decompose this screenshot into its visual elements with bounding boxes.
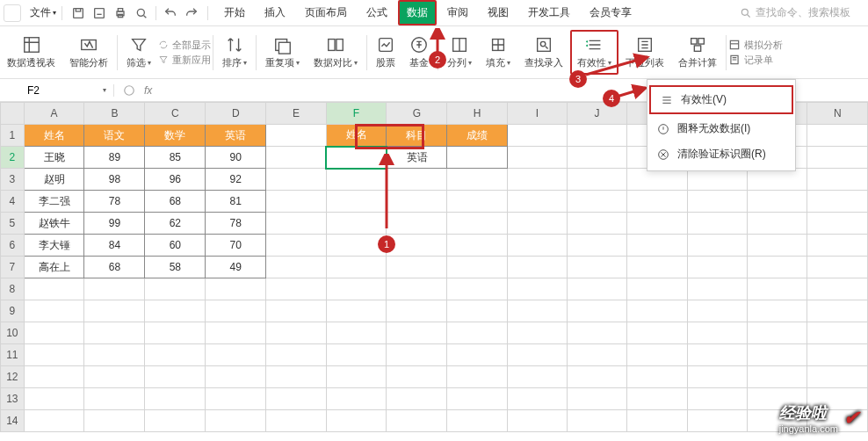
cell[interactable] <box>687 169 747 191</box>
cell[interactable] <box>747 278 807 300</box>
cell[interactable] <box>747 300 807 322</box>
cell[interactable] <box>447 257 508 278</box>
row-header[interactable]: 8 <box>1 278 25 300</box>
cell[interactable] <box>24 366 84 388</box>
cell[interactable]: 98 <box>84 169 145 191</box>
cell[interactable] <box>24 300 84 322</box>
cell[interactable]: 89 <box>84 147 145 169</box>
cell[interactable] <box>567 191 626 213</box>
cell[interactable] <box>567 147 626 169</box>
undo-icon[interactable] <box>163 6 177 20</box>
cell[interactable] <box>567 410 626 432</box>
cell[interactable] <box>206 366 266 388</box>
cell[interactable] <box>206 388 266 410</box>
cell[interactable] <box>84 322 145 344</box>
row-header[interactable]: 14 <box>1 410 25 432</box>
cell[interactable] <box>266 213 326 235</box>
cell[interactable] <box>687 344 747 366</box>
cell[interactable] <box>84 388 145 410</box>
cell[interactable] <box>627 410 687 432</box>
cell[interactable] <box>266 257 326 278</box>
cell[interactable] <box>567 213 626 235</box>
cell[interactable] <box>266 322 326 344</box>
cell[interactable]: 85 <box>145 147 206 169</box>
cell[interactable] <box>447 147 508 169</box>
cell[interactable] <box>687 278 747 300</box>
select-all-corner[interactable] <box>1 103 25 125</box>
cell[interactable] <box>807 213 868 235</box>
cell[interactable]: 68 <box>84 257 145 278</box>
tab-view[interactable]: 视图 <box>479 0 517 25</box>
cell[interactable] <box>807 235 868 257</box>
cell[interactable] <box>508 257 568 278</box>
cell[interactable] <box>627 366 687 388</box>
cell[interactable] <box>24 322 84 344</box>
cell[interactable] <box>807 147 868 169</box>
cell[interactable] <box>326 257 387 278</box>
cell[interactable] <box>387 322 447 344</box>
tab-review[interactable]: 审阅 <box>438 0 477 25</box>
cell[interactable] <box>326 322 387 344</box>
cell[interactable] <box>266 235 326 257</box>
cell[interactable] <box>508 278 568 300</box>
reapply-button[interactable]: 重新应用 <box>158 54 211 67</box>
cell[interactable]: 99 <box>84 213 145 235</box>
row-header[interactable]: 2 <box>1 147 25 169</box>
cell[interactable] <box>387 235 447 257</box>
cell[interactable] <box>326 169 387 191</box>
tab-layout[interactable]: 页面布局 <box>296 0 356 25</box>
cell[interactable] <box>508 366 568 388</box>
stock-button[interactable]: 股票 <box>369 30 402 75</box>
cell[interactable] <box>567 169 626 191</box>
pivot-button[interactable]: 数据透视表 <box>0 30 62 75</box>
cell[interactable] <box>627 322 687 344</box>
consolidate-button[interactable]: 合并计算 <box>671 30 724 75</box>
cell[interactable] <box>747 322 807 344</box>
cell[interactable]: 78 <box>84 191 145 213</box>
row-header[interactable]: 3 <box>1 169 25 191</box>
row-header[interactable]: 5 <box>1 213 25 235</box>
cell[interactable]: 90 <box>206 147 266 169</box>
cell[interactable] <box>266 278 326 300</box>
tab-insert[interactable]: 插入 <box>256 0 294 25</box>
cell[interactable] <box>145 388 206 410</box>
col-header[interactable]: G <box>387 103 447 125</box>
cell[interactable]: 英语 <box>206 125 266 147</box>
cell[interactable]: 70 <box>206 235 266 257</box>
cell[interactable] <box>206 278 266 300</box>
dropdown-item-clear[interactable]: 清除验证标识圈(R) <box>647 141 795 167</box>
cell[interactable] <box>447 169 508 191</box>
cell[interactable] <box>84 344 145 366</box>
cell[interactable]: 王晓 <box>24 147 84 169</box>
cell[interactable] <box>567 300 626 322</box>
cell[interactable] <box>687 322 747 344</box>
col-header[interactable]: N <box>807 103 868 125</box>
cell[interactable] <box>24 278 84 300</box>
cell[interactable]: 赵铁牛 <box>24 213 84 235</box>
cell[interactable] <box>567 235 626 257</box>
cell[interactable] <box>84 410 145 432</box>
cell[interactable] <box>266 169 326 191</box>
cell[interactable]: 60 <box>145 235 206 257</box>
cell[interactable] <box>807 257 868 278</box>
cell[interactable] <box>266 388 326 410</box>
cell[interactable] <box>687 300 747 322</box>
smart-button[interactable]: 智能分析 <box>62 30 115 75</box>
cell[interactable] <box>326 344 387 366</box>
cell[interactable] <box>747 344 807 366</box>
cell[interactable] <box>145 410 206 432</box>
cell[interactable] <box>687 257 747 278</box>
row-header[interactable]: 6 <box>1 235 25 257</box>
cell[interactable] <box>326 300 387 322</box>
cell[interactable] <box>387 366 447 388</box>
cell[interactable] <box>567 366 626 388</box>
col-header[interactable]: I <box>508 103 568 125</box>
fill-button[interactable]: 填充▾ <box>479 30 517 75</box>
cell[interactable] <box>567 344 626 366</box>
cell[interactable] <box>447 300 508 322</box>
cell[interactable] <box>84 300 145 322</box>
cell[interactable] <box>508 169 568 191</box>
cell[interactable] <box>447 322 508 344</box>
cell[interactable] <box>266 300 326 322</box>
cell[interactable] <box>326 366 387 388</box>
